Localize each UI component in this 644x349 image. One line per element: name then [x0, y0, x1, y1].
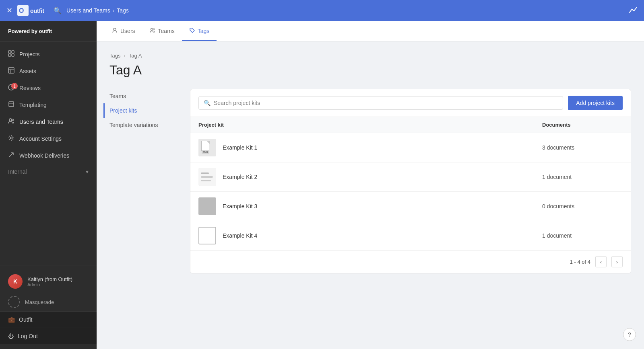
sidebar-item-assets[interactable]: Assets: [0, 63, 97, 80]
breadcrumb-separator: ›: [113, 7, 115, 14]
sidebar-user[interactable]: K Kaitlyn (from Outfit) Admin: [0, 270, 97, 293]
kit-name: Example Kit 2: [223, 174, 542, 180]
sidebar-item-users-teams[interactable]: Users and Teams: [0, 113, 97, 130]
close-icon[interactable]: ✕: [6, 6, 12, 15]
svg-point-15: [9, 119, 12, 121]
search-box[interactable]: 🔍: [198, 96, 563, 110]
reviews-badge: 1: [11, 83, 18, 89]
analytics-icon[interactable]: [629, 5, 638, 16]
teams-tab-icon: [150, 27, 155, 34]
pagination-bar: 1 - 4 of 4 ‹ ›: [190, 250, 631, 273]
sidebar-item-account-settings[interactable]: Account Settings: [0, 130, 97, 147]
svg-rect-4: [12, 51, 14, 53]
outfit-btn-label: Outfit: [19, 316, 32, 323]
logout-icon: ⏻: [8, 333, 14, 339]
pagination-info: 1 - 4 of 4: [570, 259, 590, 265]
kit-thumbnail: [198, 227, 216, 244]
add-project-kits-button[interactable]: Add project kits: [568, 96, 623, 110]
masquerade-avatar: [8, 296, 20, 308]
pagination-next-button[interactable]: ›: [611, 256, 623, 267]
page-side-nav: Teams Project kits Template variations: [109, 89, 190, 273]
projects-icon: [8, 50, 14, 58]
settings-icon: [8, 135, 14, 143]
kit-docs-count: 3 documents: [542, 144, 623, 151]
users-teams-icon: [8, 118, 14, 126]
sidebar-item-webhook[interactable]: Webhook Deliveries: [0, 147, 97, 164]
svg-rect-13: [9, 102, 14, 107]
breadcrumb: Users and Teams › Tags: [66, 7, 129, 14]
outfit-logo-svg: O outfit: [17, 5, 45, 16]
breadcrumb-current: Tags: [117, 7, 129, 14]
sidebar-item-reviews[interactable]: Reviews 1: [0, 80, 97, 96]
sidebar-navigation: Projects Assets Reviews 1 Templating: [0, 42, 97, 265]
tab-bar: Users Teams Tags: [97, 21, 644, 41]
kit-docs-count: 1 document: [542, 232, 623, 239]
svg-point-20: [153, 29, 155, 30]
user-info: Kaitlyn (from Outfit) Admin: [27, 276, 72, 287]
table-row[interactable]: Example Kit 4 1 document: [190, 221, 631, 250]
sidebar-item-label: Reviews: [19, 85, 41, 91]
svg-rect-6: [12, 54, 14, 56]
tab-users[interactable]: Users: [105, 21, 142, 41]
assets-icon: [8, 67, 14, 75]
sidebar-brand: Powered by outfit: [0, 21, 97, 42]
kit-thumbnail: PNG: [198, 139, 216, 156]
logout-btn-label: Log Out: [18, 333, 38, 339]
sidebar-item-projects[interactable]: Projects: [0, 46, 97, 63]
masquerade-item[interactable]: Masquerade: [0, 293, 97, 311]
svg-point-17: [10, 137, 12, 139]
help-button[interactable]: ?: [623, 328, 636, 341]
tab-teams-label: Teams: [158, 28, 175, 34]
side-nav-template-variations[interactable]: Template variations: [103, 118, 182, 132]
kits-toolbar: 🔍 Add project kits: [190, 89, 631, 117]
svg-text:outfit: outfit: [30, 8, 44, 14]
breadcrumb-tags-link[interactable]: Tags: [109, 53, 120, 59]
kit-name: Example Kit 4: [223, 232, 542, 239]
masquerade-label: Masquerade: [25, 299, 54, 305]
tab-teams[interactable]: Teams: [142, 21, 182, 41]
brand-text: Powered by: [8, 28, 39, 34]
kit-name: Example Kit 3: [223, 203, 542, 209]
table-row[interactable]: PNG Example Kit 1 3 documents: [190, 133, 631, 162]
sidebar-item-label: Projects: [19, 51, 40, 57]
sidebar-item-templating[interactable]: Templating: [0, 96, 97, 113]
side-nav-teams[interactable]: Teams: [103, 89, 182, 103]
user-role: Admin: [27, 282, 72, 287]
sidebar-item-label: Account Settings: [19, 135, 62, 142]
tab-tags[interactable]: Tags: [182, 21, 217, 41]
svg-rect-3: [8, 51, 11, 53]
outfit-button[interactable]: 💼 Outfit: [0, 311, 97, 328]
svg-point-16: [12, 119, 14, 121]
content-area: Users Teams Tags Tags › Tag A T: [97, 21, 644, 349]
search-icon[interactable]: 🔍: [54, 7, 62, 14]
avatar: K: [8, 274, 23, 289]
user-tab-icon: [112, 27, 118, 34]
search-input[interactable]: [214, 100, 558, 106]
col-kit-header: Project kit: [198, 122, 542, 128]
kit-thumbnail: [198, 197, 216, 215]
kits-list: PNG Example Kit 1 3 documents Example Ki…: [190, 133, 631, 250]
user-name: Kaitlyn (from Outfit): [27, 276, 72, 282]
svg-rect-5: [8, 54, 11, 56]
breadcrumb-parent-link[interactable]: Users and Teams: [66, 7, 110, 14]
svg-point-12: [11, 88, 12, 89]
sidebar-item-label: Webhook Deliveries: [19, 152, 69, 159]
tags-tab-icon: [189, 27, 195, 34]
side-nav-project-kits[interactable]: Project kits: [103, 103, 182, 118]
pagination-prev-button[interactable]: ‹: [595, 256, 607, 267]
tab-tags-label: Tags: [198, 28, 210, 34]
kits-panel: 🔍 Add project kits Project kit Documents: [190, 89, 631, 273]
table-row[interactable]: Example Kit 3 0 documents: [190, 192, 631, 221]
table-row[interactable]: Example Kit 2 1 document: [190, 162, 631, 192]
brand-name: outfit: [39, 28, 52, 34]
logout-button[interactable]: ⏻ Log Out: [0, 328, 97, 344]
sidebar-item-label: Templating: [19, 102, 47, 108]
svg-text:O: O: [19, 7, 24, 14]
sidebar-item-internal[interactable]: Internal ▾: [0, 164, 97, 179]
logo: O outfit: [17, 5, 45, 16]
search-icon: 🔍: [204, 100, 211, 106]
kits-table-header: Project kit Documents: [190, 117, 631, 133]
chevron-down-icon: ▾: [86, 168, 89, 175]
kit-thumbnail: [198, 168, 216, 186]
briefcase-icon: 💼: [8, 316, 15, 323]
